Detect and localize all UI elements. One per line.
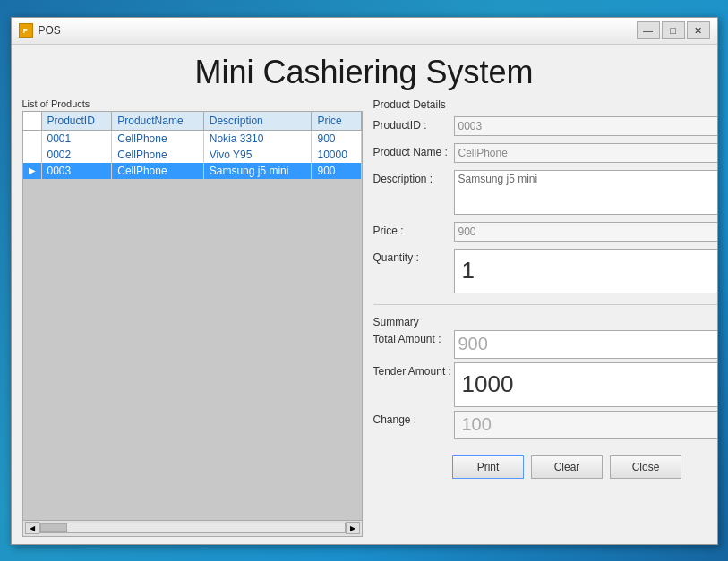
description-textarea[interactable] <box>454 170 717 215</box>
row-price: 900 <box>312 130 361 147</box>
row-name: CellPhone <box>112 147 204 163</box>
scroll-left-button[interactable]: ◀ <box>25 522 39 534</box>
row-selector <box>23 130 42 147</box>
row-desc: Vivo Y95 <box>203 147 312 163</box>
description-label: Description : <box>373 170 454 185</box>
clear-button[interactable]: Clear <box>531 455 603 479</box>
row-desc: Nokia 3310 <box>203 130 312 147</box>
row-name: CellPhone <box>112 130 204 147</box>
left-panel: List of Products ProductID ProductName D… <box>22 98 363 537</box>
col-description: Description <box>203 112 312 131</box>
price-input[interactable] <box>454 222 717 242</box>
total-amount-input <box>454 330 717 359</box>
productname-label: Product Name : <box>373 143 454 158</box>
row-desc: Samsung j5 mini <box>203 163 312 179</box>
maximize-button[interactable]: □ <box>662 21 685 39</box>
window-controls: — □ ✕ <box>637 21 710 39</box>
row-selector: ▶ <box>23 163 42 179</box>
action-buttons: Print Clear Close <box>373 455 717 479</box>
total-amount-row: Total Amount : <box>373 330 717 359</box>
table-empty-area <box>23 179 362 520</box>
product-table: ProductID ProductName Description Price … <box>23 112 362 179</box>
minimize-button[interactable]: — <box>637 21 660 39</box>
quantity-input[interactable] <box>454 249 717 293</box>
productid-input[interactable] <box>454 116 717 136</box>
price-label: Price : <box>373 222 454 237</box>
productname-input[interactable] <box>454 143 717 163</box>
productid-label: ProductID : <box>373 116 454 132</box>
row-selector <box>23 147 42 163</box>
table-row[interactable]: 0001 CellPhone Nokia 3310 900 <box>23 130 362 147</box>
product-details-label: Product Details <box>373 98 717 111</box>
table-row[interactable]: 0002 CellPhone Vivo Y95 10000 <box>23 147 362 163</box>
divider <box>373 304 717 305</box>
col-productname: ProductName <box>112 112 204 131</box>
product-table-container: ProductID ProductName Description Price … <box>22 111 363 537</box>
quantity-label: Quantity : <box>373 249 454 264</box>
title-bar: P POS — □ ✕ <box>12 18 717 45</box>
total-amount-label: Total Amount : <box>373 330 454 345</box>
row-id: 0003 <box>41 163 112 179</box>
row-name: CellPhone <box>112 163 204 179</box>
productname-row: Product Name : <box>373 143 717 163</box>
row-id: 0001 <box>41 130 112 147</box>
main-window: P POS — □ ✕ Mini Cashiering System List … <box>11 17 718 545</box>
app-content: Mini Cashiering System List of Products … <box>12 45 717 544</box>
row-id: 0002 <box>41 147 112 163</box>
productid-row: ProductID : <box>373 116 717 136</box>
table-row[interactable]: ▶ 0003 CellPhone Samsung j5 mini 900 <box>23 163 362 179</box>
horizontal-scrollbar[interactable]: ◀ ▶ <box>23 520 362 536</box>
quantity-row: Quantity : <box>373 249 717 293</box>
row-price: 10000 <box>312 147 361 163</box>
description-row: Description : <box>373 170 717 215</box>
col-productid: ProductID <box>41 112 112 131</box>
price-row: Price : <box>373 222 717 242</box>
summary-section: Summary Total Amount : Tender Amount : C… <box>373 316 717 443</box>
scroll-right-button[interactable]: ▶ <box>346 522 360 534</box>
right-panel: Product Details ProductID : Product Name… <box>373 98 717 537</box>
change-input <box>454 411 717 439</box>
tender-amount-input[interactable] <box>454 362 717 407</box>
col-selector <box>23 112 42 131</box>
app-icon: P <box>19 23 33 38</box>
scroll-track[interactable] <box>39 523 346 533</box>
tender-amount-label: Tender Amount : <box>373 362 454 378</box>
summary-label: Summary <box>373 316 717 328</box>
products-list-label: List of Products <box>22 98 363 109</box>
print-button[interactable]: Print <box>452 455 524 479</box>
close-window-button[interactable]: ✕ <box>687 21 710 39</box>
scroll-thumb[interactable] <box>40 523 67 532</box>
main-area: List of Products ProductID ProductName D… <box>12 98 717 544</box>
change-label: Change : <box>373 411 454 426</box>
row-price: 900 <box>312 163 361 179</box>
close-button[interactable]: Close <box>610 455 681 479</box>
app-title: Mini Cashiering System <box>12 45 717 98</box>
col-price: Price <box>312 112 361 131</box>
window-title: POS <box>39 24 637 37</box>
change-row: Change : <box>373 411 717 439</box>
tender-amount-row: Tender Amount : <box>373 362 717 407</box>
